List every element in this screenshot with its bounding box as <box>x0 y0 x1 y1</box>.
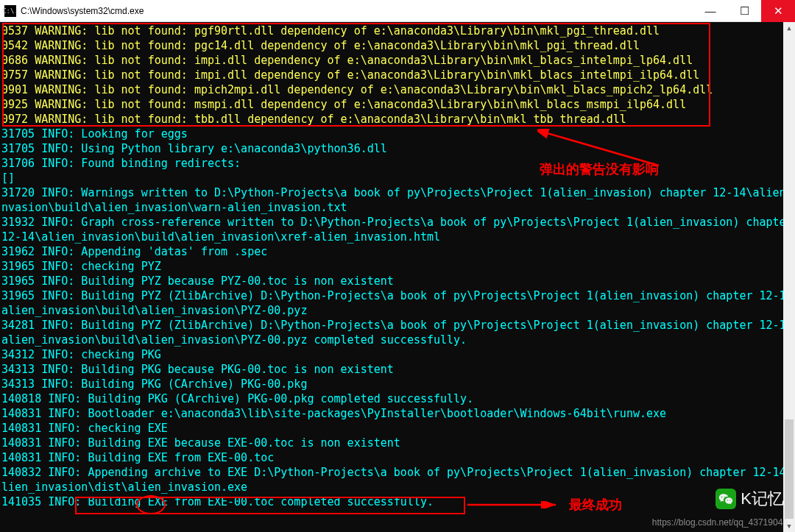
terminal-line: [] <box>1 171 794 185</box>
terminal-line: 0757 WARNING: lib not found: impi.dll de… <box>1 68 794 82</box>
scroll-up-arrow[interactable]: ▲ <box>783 22 795 34</box>
watermark-brand-text: K记忆 <box>741 488 784 510</box>
terminal-line: 31965 INFO: checking PYZ <box>1 259 794 274</box>
terminal-line: 140831 INFO: checking EXE <box>1 421 794 436</box>
terminal-line: 0925 WARNING: lib not found: msmpi.dll d… <box>1 97 794 112</box>
terminal-line: 31965 INFO: Building PYZ because PYZ-00.… <box>1 274 794 288</box>
terminal-line: 31706 INFO: Found binding redirects: <box>1 156 794 171</box>
annotation-text-bottom: 最终成功 <box>569 496 622 514</box>
wechat-icon <box>716 489 736 509</box>
terminal-output[interactable]: 0537 WARNING: lib not found: pgf90rtl.dl… <box>0 22 795 509</box>
terminal-line: 0686 WARNING: lib not found: impi.dll de… <box>1 53 794 68</box>
terminal-line: alien_invasion\build\alien_invasion\PYZ-… <box>1 303 794 318</box>
terminal-line: lien_invasion\dist\alien_invasion.exe <box>1 480 794 494</box>
window-titlebar: C:\. C:\Windows\system32\cmd.exe — ☐ ✕ <box>0 0 795 22</box>
terminal-line: 0542 WARNING: lib not found: pgc14.dll d… <box>1 38 794 53</box>
terminal-line: 141035 INFO: Building EXE from EXE-00.to… <box>1 494 794 509</box>
annotation-text-top: 弹出的警告没有影响 <box>540 160 659 178</box>
terminal-line: 140831 INFO: Building EXE because EXE-00… <box>1 436 794 450</box>
terminal-line: 140831 INFO: Bootloader e:\anaconda3\lib… <box>1 406 794 421</box>
terminal-line: nvasion\build\alien_invasion\warn-alien_… <box>1 200 794 215</box>
window-title: C:\Windows\system32\cmd.exe <box>21 6 144 16</box>
terminal-line: 31705 INFO: Using Python library e:\anac… <box>1 141 794 156</box>
terminal-line: 31932 INFO: Graph cross-reference writte… <box>1 215 794 230</box>
watermark-url: https://blog.csdn.net/qq_43719048 <box>652 517 788 528</box>
terminal-line: 34313 INFO: Building PKG because PKG-00.… <box>1 362 794 377</box>
terminal-line: 0537 WARNING: lib not found: pgf90rtl.dl… <box>1 24 794 38</box>
watermark-brand: K记忆 <box>716 488 784 510</box>
terminal-line: 31965 INFO: Building PYZ (ZlibArchive) D… <box>1 288 794 303</box>
terminal-line: 34312 INFO: checking PKG <box>1 347 794 362</box>
close-button[interactable]: ✕ <box>761 0 795 22</box>
scroll-thumb[interactable] <box>785 419 794 519</box>
terminal-line: 31705 INFO: Looking for eggs <box>1 127 794 141</box>
titlebar-left: C:\. C:\Windows\system32\cmd.exe <box>0 5 144 17</box>
terminal-line: 0972 WARNING: lib not found: tbb.dll dep… <box>1 112 794 127</box>
vertical-scrollbar[interactable]: ▲ ▼ <box>783 22 795 532</box>
terminal-line: 34313 INFO: Building PKG (CArchive) PKG-… <box>1 377 794 391</box>
window-controls: — ☐ ✕ <box>693 0 795 22</box>
minimize-button[interactable]: — <box>693 0 727 22</box>
terminal-line: 0901 WARNING: lib not found: mpich2mpi.d… <box>1 82 794 97</box>
terminal-line: 31720 INFO: Warnings written to D:\Pytho… <box>1 185 794 200</box>
terminal-line: 12-14\alien_invasion\build\alien_invasio… <box>1 230 794 244</box>
terminal-line: alien_invasion\build\alien_invasion\PYZ-… <box>1 333 794 347</box>
terminal-line: 31962 INFO: Appending 'datas' from .spec <box>1 244 794 259</box>
terminal-line: 140818 INFO: Building PKG (CArchive) PKG… <box>1 391 794 406</box>
maximize-button[interactable]: ☐ <box>727 0 761 22</box>
cmd-icon: C:\. <box>4 5 16 17</box>
terminal-line: 140832 INFO: Appending archive to EXE D:… <box>1 465 794 480</box>
terminal-line: 34281 INFO: Building PYZ (ZlibArchive) D… <box>1 318 794 333</box>
terminal-line: 140831 INFO: Building EXE from EXE-00.to… <box>1 450 794 465</box>
